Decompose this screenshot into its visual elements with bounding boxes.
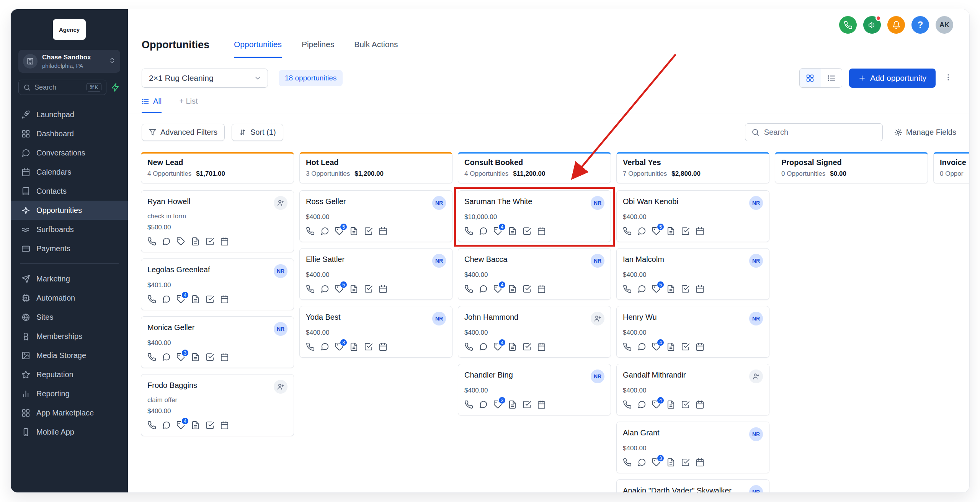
- sidebar-search[interactable]: ⌘K: [18, 80, 106, 95]
- notes-icon[interactable]: [666, 342, 675, 351]
- notes-icon[interactable]: [508, 285, 517, 293]
- notifications-button[interactable]: [887, 16, 905, 34]
- opportunity-card[interactable]: Chandler BingNR $400.00 3: [458, 364, 611, 415]
- appointments-icon[interactable]: [379, 285, 387, 293]
- message-icon[interactable]: [479, 400, 488, 409]
- tab-bulk-actions[interactable]: Bulk Actions: [354, 40, 398, 58]
- appointments-icon[interactable]: [379, 227, 387, 235]
- call-icon[interactable]: [306, 342, 315, 351]
- tasks-icon[interactable]: [206, 353, 214, 361]
- tags-icon[interactable]: 4: [493, 227, 502, 235]
- message-icon[interactable]: [162, 353, 171, 361]
- notes-icon[interactable]: [666, 227, 675, 235]
- phone-button[interactable]: [839, 16, 857, 34]
- contact-avatar[interactable]: NR: [591, 254, 604, 268]
- call-icon[interactable]: [147, 421, 156, 430]
- column-header[interactable]: Proposal Signed 0 Opportunities$0.00: [775, 152, 928, 183]
- add-opportunity-button[interactable]: Add opportunity: [849, 69, 936, 88]
- opportunity-card[interactable]: Chew BaccaNR $400.00 4: [458, 248, 611, 300]
- contact-avatar[interactable]: NR: [432, 312, 446, 325]
- message-icon[interactable]: [162, 421, 171, 430]
- tags-icon[interactable]: [176, 237, 185, 246]
- tags-icon[interactable]: 3: [335, 342, 344, 351]
- sidebar-item-automation[interactable]: Automation: [11, 288, 128, 307]
- notes-icon[interactable]: [191, 237, 200, 246]
- notes-icon[interactable]: [350, 227, 358, 235]
- column-header[interactable]: New Lead 4 Opportunities$1,701.00: [141, 152, 294, 183]
- call-icon[interactable]: [623, 342, 632, 351]
- contact-avatar[interactable]: NR: [591, 196, 604, 210]
- account-switcher[interactable]: Chase Sandbox philadelphia, PA: [18, 50, 120, 73]
- board-search-input[interactable]: [764, 128, 876, 137]
- opportunity-card[interactable]: Ian MalcolmNR $400.00 5: [616, 248, 769, 300]
- call-icon[interactable]: [147, 353, 156, 361]
- contact-avatar[interactable]: NR: [749, 427, 763, 441]
- call-icon[interactable]: [623, 227, 632, 235]
- message-icon[interactable]: [162, 295, 171, 304]
- tasks-icon[interactable]: [523, 400, 531, 409]
- message-icon[interactable]: [637, 285, 646, 293]
- tasks-icon[interactable]: [206, 295, 214, 304]
- view-tab-add-list[interactable]: + List: [179, 97, 198, 113]
- tags-icon[interactable]: 3: [176, 353, 185, 361]
- opportunity-card[interactable]: Obi Wan KenobiNR $400.00 5: [616, 190, 769, 242]
- appointments-icon[interactable]: [537, 400, 546, 409]
- call-icon[interactable]: [147, 295, 156, 304]
- sidebar-item-contacts[interactable]: Contacts: [11, 182, 128, 201]
- contact-avatar[interactable]: NR: [432, 254, 446, 268]
- message-icon[interactable]: [637, 458, 646, 467]
- tags-icon[interactable]: 4: [176, 295, 185, 304]
- tags-icon[interactable]: 5: [335, 227, 344, 235]
- tasks-icon[interactable]: [681, 342, 690, 351]
- sidebar-item-opportunities[interactable]: Opportunities: [11, 201, 128, 220]
- tasks-icon[interactable]: [681, 285, 690, 293]
- opportunity-card[interactable]: Frodo Baggins claim offer $400.00 4: [141, 374, 294, 436]
- opportunity-card[interactable]: Alan GrantNR $400.00 3: [616, 422, 769, 473]
- message-icon[interactable]: [320, 285, 329, 293]
- call-icon[interactable]: [464, 342, 473, 351]
- sidebar-item-marketing[interactable]: Marketing: [11, 269, 128, 288]
- call-icon[interactable]: [464, 285, 473, 293]
- tasks-icon[interactable]: [364, 342, 373, 351]
- sidebar-item-memberships[interactable]: Memberships: [11, 327, 128, 346]
- tab-opportunities[interactable]: Opportunities: [234, 40, 282, 58]
- sidebar-item-conversations[interactable]: Conversations: [11, 143, 128, 162]
- sidebar-item-payments[interactable]: Payments: [11, 239, 128, 258]
- appointments-icon[interactable]: [220, 353, 229, 361]
- grid-view-button[interactable]: [800, 69, 821, 87]
- call-icon[interactable]: [623, 400, 632, 409]
- notes-icon[interactable]: [666, 458, 675, 467]
- manage-fields-button[interactable]: Manage Fields: [894, 128, 956, 137]
- sidebar-item-dashboard[interactable]: Dashboard: [11, 124, 128, 143]
- assign-contact-icon[interactable]: [274, 380, 287, 394]
- opportunity-card[interactable]: Henry WuNR $400.00 4: [616, 306, 769, 358]
- advanced-filters-button[interactable]: Advanced Filters: [142, 124, 225, 141]
- appointments-icon[interactable]: [220, 421, 229, 430]
- call-icon[interactable]: [623, 458, 632, 467]
- tags-icon[interactable]: 5: [652, 227, 661, 235]
- appointments-icon[interactable]: [220, 237, 229, 246]
- sidebar-item-media-storage[interactable]: Media Storage: [11, 346, 128, 365]
- call-icon[interactable]: [306, 285, 315, 293]
- tasks-icon[interactable]: [681, 458, 690, 467]
- message-icon[interactable]: [637, 400, 646, 409]
- contact-avatar[interactable]: NR: [274, 264, 287, 278]
- contact-avatar[interactable]: NR: [749, 312, 763, 325]
- tags-icon[interactable]: 5: [335, 285, 344, 293]
- tasks-icon[interactable]: [523, 285, 531, 293]
- notes-icon[interactable]: [350, 285, 358, 293]
- notes-icon[interactable]: [508, 342, 517, 351]
- column-header[interactable]: Invoice 0 Oppor: [933, 152, 969, 183]
- sort-button[interactable]: Sort (1): [232, 124, 283, 141]
- opportunity-card[interactable]: Ryan Howell check in form $500.00: [141, 190, 294, 252]
- pipeline-select[interactable]: 2×1 Rug Cleaning: [142, 69, 268, 88]
- notes-icon[interactable]: [508, 400, 517, 409]
- notes-icon[interactable]: [666, 285, 675, 293]
- message-icon[interactable]: [479, 227, 488, 235]
- message-icon[interactable]: [162, 237, 171, 246]
- appointments-icon[interactable]: [220, 295, 229, 304]
- tags-icon[interactable]: 3: [652, 458, 661, 467]
- notes-icon[interactable]: [191, 295, 200, 304]
- message-icon[interactable]: [320, 227, 329, 235]
- column-header[interactable]: Verbal Yes 7 Opportunities$2,800.00: [616, 152, 769, 183]
